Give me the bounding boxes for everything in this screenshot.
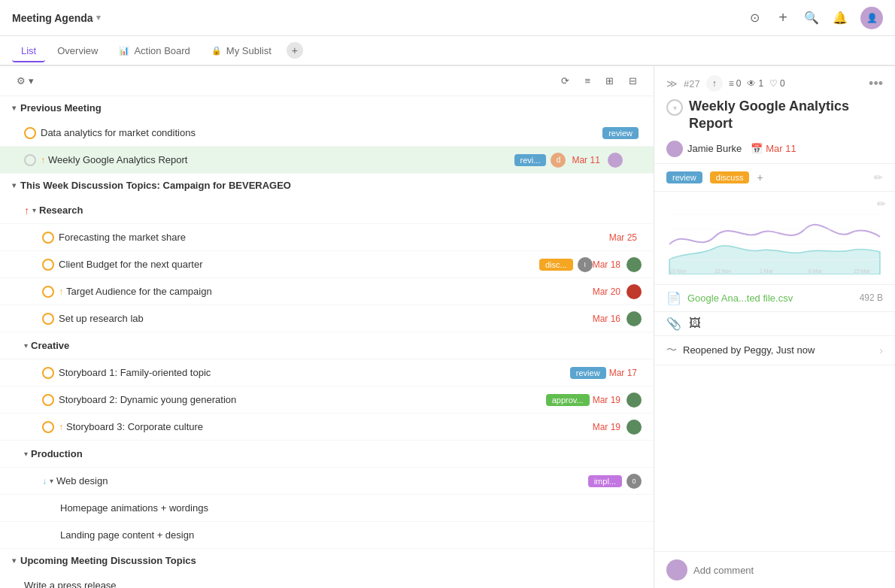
- task-row[interactable]: Set up research lab Mar 16: [0, 305, 654, 332]
- tab-overview[interactable]: Overview: [48, 41, 107, 62]
- task-row[interactable]: ↑ Storyboard 3: Corporate culture Mar 19: [0, 414, 654, 441]
- rp-attach-icons: 📎 🖼: [654, 312, 895, 336]
- section-this-week[interactable]: ▾ This Week Discussion Topics: Campaign …: [0, 174, 654, 197]
- task-date: Mar 17: [609, 368, 637, 378]
- rp-attachment[interactable]: 📄 Google Ana...ted file.csv 492 B: [654, 285, 895, 312]
- analytics-chart: 19 Nov 22 Nov 1 Mar 8 Mar 15 Mar: [666, 199, 883, 274]
- task-status-circle[interactable]: [42, 286, 54, 298]
- list-toolbar: ⚙ ▾ ⟳ ≡ ⊞ ⊟: [0, 66, 654, 96]
- rp-title-row: ▾ Weekly Google Analytics Report: [666, 98, 883, 133]
- rp-more-button[interactable]: •••: [869, 76, 883, 92]
- task-row[interactable]: Homepage animations + wordings: [0, 495, 654, 522]
- task-row[interactable]: Client Budget for the next quarter disc.…: [0, 251, 654, 278]
- tag-review[interactable]: review: [602, 127, 639, 139]
- bell-icon[interactable]: 🔔: [832, 10, 848, 26]
- tab-my-sublist[interactable]: 🔒 My Sublist: [202, 41, 281, 62]
- rp-expand-icon[interactable]: ≫: [666, 77, 678, 89]
- refresh-button[interactable]: ⟳: [557, 72, 574, 89]
- task-row[interactable]: Forecasting the market share Mar 25: [0, 224, 654, 251]
- rp-comment: [654, 551, 895, 588]
- rp-chart: ✏ 19 Nov 22 Nov 1 Mar 8 Mar 15 Mar: [654, 192, 895, 285]
- activity-text: Reopened by Peggy, Just now: [683, 344, 879, 356]
- task-row[interactable]: Write a press release: [0, 572, 654, 588]
- add-icon[interactable]: +: [775, 10, 791, 26]
- search-icon[interactable]: 🔍: [803, 10, 820, 26]
- tag-discuss[interactable]: discuss: [710, 171, 750, 183]
- assignee-badge-i: I: [578, 257, 593, 272]
- priority-down-icon: ↓: [42, 476, 47, 486]
- task-status-circle[interactable]: [42, 232, 54, 244]
- rp-activity[interactable]: 〜 Reopened by Peggy, Just now ›: [654, 336, 895, 365]
- svg-text:1 Mar: 1 Mar: [760, 268, 774, 274]
- rp-assignee[interactable]: Jamie Burke: [666, 141, 742, 157]
- task-status-circle[interactable]: [42, 313, 54, 325]
- top-nav: Meeting Agenda ▾ ⊙ + 🔍 🔔 👤: [0, 0, 895, 36]
- tab-list[interactable]: List: [12, 41, 45, 62]
- task-date: Mar 16: [593, 314, 620, 324]
- subtask-chevron: ▾: [24, 341, 28, 350]
- task-row-production[interactable]: ▾ Production: [0, 441, 654, 468]
- task-status-circle[interactable]: [24, 154, 36, 166]
- subtask-icon[interactable]: ⚙: [623, 154, 633, 166]
- subtask-chevron: ▾: [32, 206, 36, 214]
- assignee-avatar: [626, 284, 642, 299]
- rp-prev-button[interactable]: ↑: [706, 75, 723, 92]
- task-row-research[interactable]: ↑ ▾ Research: [0, 197, 654, 224]
- task-row[interactable]: Data analytics for market conditions rev…: [0, 120, 654, 147]
- task-status-circle[interactable]: [42, 259, 54, 271]
- rp-status-circle[interactable]: ▾: [666, 99, 683, 116]
- task-row[interactable]: Storyboard 1: Family-oriented topic revi…: [0, 359, 654, 386]
- tag-review[interactable]: review: [570, 367, 606, 379]
- add-row-icon[interactable]: +: [636, 154, 642, 166]
- chevron-down-icon[interactable]: ▾: [96, 13, 101, 23]
- paperclip-icon[interactable]: 📎: [666, 317, 681, 331]
- task-status-circle[interactable]: [42, 421, 54, 433]
- filter-button[interactable]: ⚙ ▾: [12, 72, 38, 89]
- tag-revi[interactable]: revi...: [514, 154, 547, 166]
- grid-view-button[interactable]: ⊞: [601, 72, 618, 89]
- main-layout: ⚙ ▾ ⟳ ≡ ⊞ ⊟ ▾ Previous Meeting Data anal…: [0, 66, 895, 588]
- list-view-button[interactable]: ≡: [580, 72, 595, 89]
- section-upcoming-meeting[interactable]: ▾ Upcoming Meeting Discussion Topics: [0, 549, 654, 572]
- priority-up-icon: ↑: [59, 286, 63, 297]
- edit-tags-button[interactable]: ✏: [874, 171, 883, 183]
- comment-input[interactable]: [693, 565, 883, 576]
- task-row[interactable]: ↑ Target Audience for the campaign Mar 2…: [0, 278, 654, 305]
- task-row-selected[interactable]: ↑ Weekly Google Analytics Report revi...…: [0, 147, 654, 174]
- tabs-bar: List Overview 📊 Action Board 🔒 My Sublis…: [0, 36, 895, 66]
- add-tag-button[interactable]: +: [757, 171, 763, 183]
- task-row-web-design[interactable]: ↓ ▾ Web design impl... 0: [0, 468, 654, 495]
- assignee-avatar: [626, 257, 642, 272]
- rp-date[interactable]: 📅 Mar 11: [751, 143, 796, 154]
- task-row-creative[interactable]: ▾ Creative: [0, 332, 654, 359]
- task-date: Mar 18: [593, 259, 620, 270]
- add-tab-button[interactable]: +: [287, 42, 303, 59]
- assignee-avatar: [626, 311, 642, 326]
- globe-icon[interactable]: ⊙: [746, 10, 763, 26]
- tab-action-board[interactable]: 📊 Action Board: [110, 41, 199, 62]
- priority-up-icon: ↑: [24, 205, 29, 217]
- assignee-avatar: [626, 393, 642, 408]
- svg-text:19 Nov: 19 Nov: [669, 268, 687, 274]
- priority-up-icon: ↑: [41, 155, 45, 165]
- subtask-chevron: ▾: [50, 477, 53, 485]
- calendar-icon: 📅: [751, 143, 763, 154]
- task-status-circle[interactable]: [42, 394, 54, 406]
- table-view-button[interactable]: ⊟: [624, 72, 642, 89]
- app-title: Meeting Agenda ▾: [12, 12, 101, 24]
- tag-review[interactable]: review: [666, 171, 702, 183]
- task-date: Mar 19: [593, 422, 620, 432]
- user-avatar[interactable]: 👤: [860, 7, 883, 29]
- comment-icon: ≡: [729, 78, 734, 89]
- task-status-circle[interactable]: [42, 367, 54, 379]
- tag-approved[interactable]: approv...: [546, 394, 590, 406]
- chart-edit-icon[interactable]: ✏: [877, 198, 886, 210]
- activity-icon: 〜: [666, 344, 677, 357]
- tag-impl[interactable]: impl...: [588, 475, 622, 487]
- task-status-circle[interactable]: [24, 127, 36, 139]
- section-previous-meeting[interactable]: ▾ Previous Meeting: [0, 96, 654, 120]
- image-icon[interactable]: 🖼: [689, 317, 701, 331]
- task-row[interactable]: Landing page content + design: [0, 522, 654, 549]
- tag-discuss[interactable]: disc...: [539, 259, 573, 271]
- task-row[interactable]: Storyboard 2: Dynamic young generation a…: [0, 386, 654, 414]
